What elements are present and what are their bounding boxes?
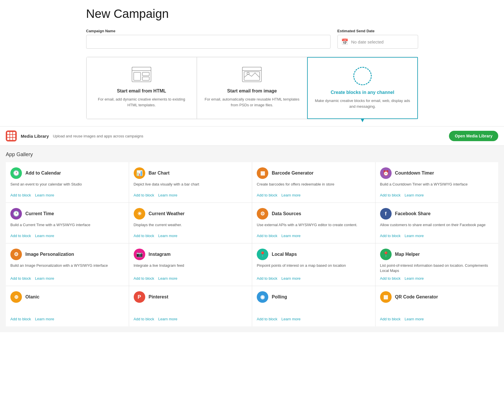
app-card-header: 📊Bar Chart [134,167,248,179]
template-cards: Start email from HTML For email, add dyn… [86,57,418,119]
learn-more-link[interactable]: Learn more [405,193,424,197]
dot [10,135,12,137]
app-links: Add to blockLearn more [134,317,248,321]
app-name: Data Sources [272,211,301,216]
app-card-header: 📍Local Maps [257,249,371,260]
app-card-header: ▦QR Code Generator [380,291,494,303]
app-icon: ⊕ [10,291,22,303]
app-name: QR Code Generator [395,294,438,300]
send-date-label: Estimated Send Date [337,29,418,33]
app-card-header: ☀Current Weather [134,208,248,220]
add-to-block-link[interactable]: Add to block [134,317,154,321]
app-links: Add to blockLearn more [257,234,371,238]
learn-more-link[interactable]: Learn more [35,317,54,321]
app-icon: ◉ [257,291,268,303]
add-to-block-link[interactable]: Add to block [10,276,31,281]
app-links: Add to blockLearn more [134,276,248,281]
app-description: Create barcodes for offers redeemable in… [257,182,371,190]
svg-rect-0 [132,67,151,82]
add-to-block-link[interactable]: Add to block [380,276,401,281]
campaign-name-label: Campaign Name [86,29,331,33]
add-to-block-link[interactable]: Add to block [134,234,154,238]
learn-more-link[interactable]: Learn more [158,276,177,281]
app-icon: P [134,291,145,303]
learn-more-link[interactable]: Learn more [405,276,424,281]
app-description: Integrate a live Instagram feed [134,263,248,273]
app-links: Add to blockLearn more [10,317,124,321]
svg-rect-1 [132,67,151,71]
add-to-block-link[interactable]: Add to block [134,193,154,197]
app-icon: 📷 [134,249,145,260]
template-blocks-desc: Make dynamic creative blocks for email, … [315,98,410,109]
app-card-polling: ◉PollingAdd to blockLearn more [252,286,375,326]
add-to-block-link[interactable]: Add to block [380,317,401,321]
app-card-instagram: 📷InstagramIntegrate a live Instagram fee… [129,243,252,286]
send-date-group: Estimated Send Date 📅 No date selected [337,29,418,49]
app-icon: ▦ [257,167,268,179]
app-icon: 📍 [380,249,392,260]
app-links: Add to blockLearn more [10,276,124,281]
form-row: Campaign Name Estimated Send Date 📅 No d… [86,29,418,49]
learn-more-link[interactable]: Learn more [35,193,54,197]
media-library-name: Media Library [21,134,49,139]
app-card-header: PPinterest [134,291,248,303]
app-links: Add to blockLearn more [380,276,494,281]
app-name: Local Maps [272,252,297,257]
campaign-name-input[interactable] [86,35,331,49]
app-description: Send an event to your calendar with Stud… [10,182,124,190]
learn-more-link[interactable]: Learn more [158,193,177,197]
svg-rect-3 [142,72,149,76]
learn-more-link[interactable]: Learn more [35,276,54,281]
learn-more-link[interactable]: Learn more [405,234,424,238]
html-icon [130,67,153,84]
app-name: Current Time [25,211,54,216]
add-to-block-link[interactable]: Add to block [257,276,278,281]
app-card-header: 📍Map Helper [380,249,494,260]
app-description: Use external APIs with a WYSIWYG editor … [257,222,371,231]
add-to-block-link[interactable]: Add to block [10,234,31,238]
learn-more-link[interactable]: Learn more [282,193,301,197]
app-icon: ⚙ [257,208,268,220]
app-description [134,306,248,314]
learn-more-link[interactable]: Learn more [282,317,301,321]
page-title: New Campaign [86,7,418,21]
template-card-html[interactable]: Start email from HTML For email, add dyn… [86,57,197,119]
template-image-desc: For email, automatically create reusable… [204,97,300,108]
template-blocks-title: Create blocks in any channel [331,90,394,95]
date-picker[interactable]: 📅 No date selected [337,35,418,49]
app-description: Build a Countdown Timer with a WYSIWYG i… [380,182,494,190]
add-to-block-link[interactable]: Add to block [134,276,154,281]
app-name: Instagram [149,252,171,257]
add-to-block-link[interactable]: Add to block [380,193,401,197]
open-media-library-button[interactable]: Open Media Library [449,131,498,141]
app-card-add-to-calendar: 🕐Add to CalendarSend an event to your ca… [6,162,129,203]
media-library-left: Media Library Upload and reuse images an… [6,130,143,141]
add-to-block-link[interactable]: Add to block [10,193,31,197]
media-library-icon [6,130,17,141]
template-card-blocks[interactable]: Create blocks in any channel Make dynami… [307,57,418,119]
svg-rect-6 [242,67,261,71]
date-placeholder: No date selected [351,39,384,44]
app-card-local-maps: 📍Local MapsPinpoint points of interest o… [252,243,375,286]
app-description [257,306,371,314]
learn-more-link[interactable]: Learn more [158,234,177,238]
app-icon: ⏰ [380,167,392,179]
app-card-bar-chart: 📊Bar ChartDepict live data visually with… [129,162,252,203]
add-to-block-link[interactable]: Add to block [10,317,31,321]
learn-more-link[interactable]: Learn more [158,317,177,321]
add-to-block-link[interactable]: Add to block [257,234,278,238]
learn-more-link[interactable]: Learn more [35,234,54,238]
app-name: Barcode Generator [272,171,314,176]
learn-more-link[interactable]: Learn more [282,276,301,281]
add-to-block-link[interactable]: Add to block [380,234,401,238]
app-card-data-sources: ⚙Data SourcesUse external APIs with a WY… [252,203,375,243]
template-card-image[interactable]: Start email from image For email, automa… [197,57,307,119]
add-to-block-link[interactable]: Add to block [257,193,278,197]
image-icon [240,67,263,84]
app-icon: ☀ [134,208,145,220]
dot [7,132,10,134]
app-description: Allow customers to share email content o… [380,222,494,231]
add-to-block-link[interactable]: Add to block [257,317,278,321]
learn-more-link[interactable]: Learn more [282,234,301,238]
learn-more-link[interactable]: Learn more [405,317,424,321]
